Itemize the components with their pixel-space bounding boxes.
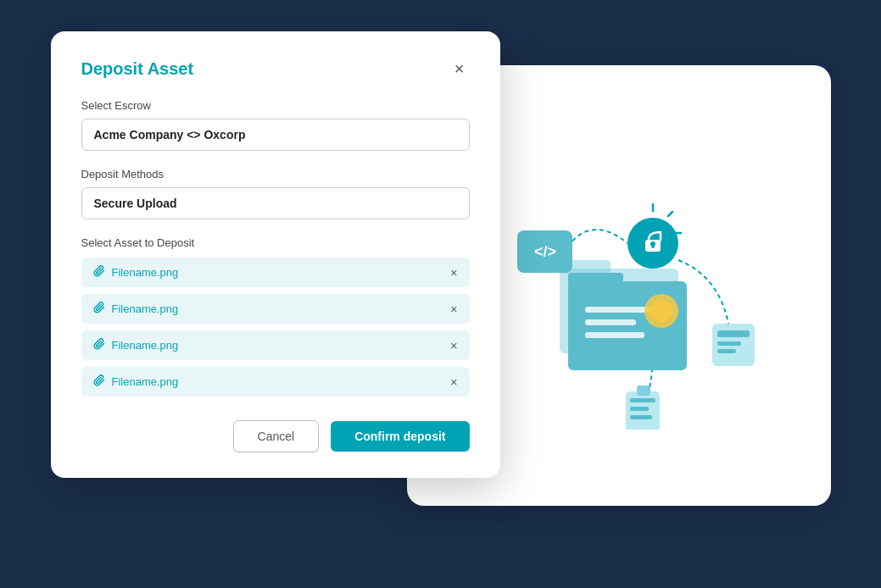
deposit-methods-input[interactable] — [81, 187, 470, 219]
deposit-methods-field-group: Deposit Methods — [81, 168, 470, 219]
file-item: Filename.png× — [81, 258, 470, 287]
select-asset-section: Select Asset to Deposit Filename.png×Fil… — [81, 236, 470, 397]
file-remove-button[interactable]: × — [450, 267, 457, 279]
paperclip-icon — [93, 302, 105, 316]
file-name: Filename.png — [112, 266, 179, 279]
file-left: Filename.png — [93, 338, 179, 352]
select-asset-label: Select Asset to Deposit — [81, 236, 470, 249]
svg-rect-19 — [717, 349, 736, 353]
file-name: Filename.png — [112, 302, 179, 315]
cancel-button[interactable]: Cancel — [233, 420, 320, 452]
file-remove-button[interactable]: × — [450, 340, 457, 352]
svg-rect-17 — [717, 330, 750, 337]
paperclip-icon — [93, 374, 105, 389]
svg-rect-23 — [630, 415, 652, 419]
file-item: Filename.png× — [81, 294, 470, 324]
escrow-label: Select Escrow — [81, 99, 470, 112]
illustration: </> — [475, 141, 763, 430]
svg-rect-5 — [585, 319, 636, 325]
file-name: Filename.png — [112, 339, 179, 352]
svg-rect-18 — [717, 341, 741, 346]
svg-rect-10 — [651, 244, 654, 248]
svg-rect-6 — [585, 332, 644, 338]
svg-line-12 — [668, 212, 672, 216]
modal-title: Deposit Asset — [81, 59, 194, 79]
file-left: Filename.png — [93, 374, 179, 389]
svg-rect-24 — [637, 386, 650, 396]
modal-header: Deposit Asset × — [81, 58, 470, 79]
svg-point-26 — [650, 300, 672, 322]
svg-rect-4 — [585, 307, 653, 313]
file-item: Filename.png× — [81, 367, 470, 397]
svg-text:</>: </> — [533, 243, 555, 260]
escrow-input[interactable] — [81, 119, 470, 151]
confirm-deposit-button[interactable]: Confirm deposit — [331, 421, 469, 452]
deposit-asset-modal: Deposit Asset × Select Escrow Deposit Me… — [51, 31, 500, 478]
file-remove-button[interactable]: × — [450, 303, 457, 315]
file-left: Filename.png — [93, 265, 179, 280]
escrow-field-group: Select Escrow — [81, 99, 470, 151]
scene: </> Deposit Asset × — [51, 31, 831, 557]
file-remove-button[interactable]: × — [450, 376, 457, 388]
modal-footer: Cancel Confirm deposit — [81, 420, 470, 452]
file-left: Filename.png — [93, 302, 179, 316]
deposit-methods-label: Deposit Methods — [81, 168, 470, 180]
file-name: Filename.png — [112, 375, 179, 388]
close-button[interactable]: × — [449, 58, 470, 79]
file-list: Filename.png×Filename.png×Filename.png×F… — [81, 258, 470, 397]
svg-rect-22 — [630, 407, 649, 411]
paperclip-icon — [93, 338, 105, 352]
svg-rect-3 — [568, 273, 623, 286]
paperclip-icon — [93, 265, 105, 280]
file-item: Filename.png× — [81, 330, 470, 360]
svg-rect-21 — [630, 398, 655, 402]
